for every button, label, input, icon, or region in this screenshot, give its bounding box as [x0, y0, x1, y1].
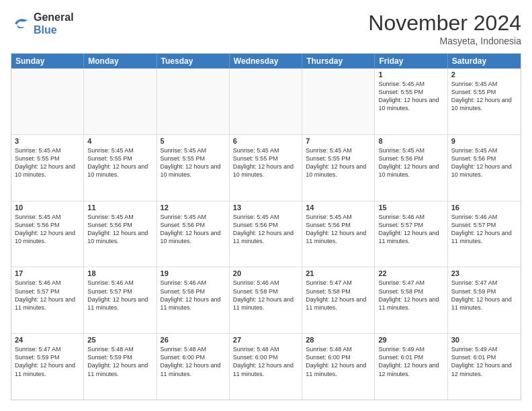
sunrise-text: Sunrise: 5:45 AM [378, 80, 443, 88]
cell-info: Sunrise: 5:48 AM Sunset: 5:59 PM Dayligh… [87, 345, 152, 378]
calendar-cell-r2-c1: 11 Sunrise: 5:45 AM Sunset: 5:56 PM Dayl… [84, 201, 157, 267]
sunrise-text: Sunrise: 5:45 AM [233, 146, 298, 154]
sunset-text: Sunset: 5:58 PM [378, 287, 443, 295]
day-number: 2 [451, 71, 517, 79]
sunrise-text: Sunrise: 5:45 AM [87, 213, 152, 221]
logo-text: General Blue [34, 11, 74, 36]
cell-info: Sunrise: 5:46 AM Sunset: 5:57 PM Dayligh… [87, 279, 152, 312]
day-number: 25 [87, 336, 152, 344]
day-number: 7 [306, 137, 371, 145]
calendar-cell-r3-c2: 19 Sunrise: 5:46 AM Sunset: 5:58 PM Dayl… [157, 267, 230, 333]
day-number: 23 [451, 269, 517, 277]
sunset-text: Sunset: 5:58 PM [233, 287, 298, 295]
calendar-cell-r2-c2: 12 Sunrise: 5:45 AM Sunset: 5:56 PM Dayl… [157, 201, 230, 267]
calendar-cell-r1-c2: 5 Sunrise: 5:45 AM Sunset: 5:55 PM Dayli… [157, 135, 230, 201]
day-number: 1 [378, 71, 443, 79]
day-number: 12 [161, 203, 226, 212]
sunset-text: Sunset: 5:56 PM [161, 221, 226, 229]
logo-icon [11, 13, 31, 34]
sunset-text: Sunset: 5:56 PM [306, 221, 371, 229]
day-number: 26 [161, 336, 226, 344]
cell-info: Sunrise: 5:47 AM Sunset: 5:58 PM Dayligh… [378, 279, 443, 312]
calendar-cell-r2-c5: 15 Sunrise: 5:46 AM Sunset: 5:57 PM Dayl… [375, 201, 447, 267]
day-number: 27 [233, 336, 298, 344]
calendar-cell-r0-c6: 2 Sunrise: 5:45 AM Sunset: 5:55 PM Dayli… [448, 68, 521, 134]
calendar-cell-r3-c6: 23 Sunrise: 5:47 AM Sunset: 5:59 PM Dayl… [448, 267, 521, 333]
daylight-text: Daylight: 12 hours and 10 minutes. [451, 96, 517, 112]
day-number: 22 [378, 269, 443, 277]
cell-info: Sunrise: 5:48 AM Sunset: 6:00 PM Dayligh… [161, 345, 226, 378]
sunset-text: Sunset: 5:55 PM [161, 154, 226, 163]
daylight-text: Daylight: 12 hours and 11 minutes. [15, 295, 80, 312]
day-number: 30 [451, 336, 517, 344]
sunrise-text: Sunrise: 5:48 AM [161, 345, 226, 353]
sunrise-text: Sunrise: 5:48 AM [87, 345, 152, 353]
calendar-cell-r4-c3: 27 Sunrise: 5:48 AM Sunset: 6:00 PM Dayl… [230, 334, 302, 400]
sunset-text: Sunset: 5:56 PM [15, 221, 80, 229]
cell-info: Sunrise: 5:48 AM Sunset: 6:00 PM Dayligh… [233, 345, 298, 378]
sunrise-text: Sunrise: 5:45 AM [451, 146, 517, 154]
sunrise-text: Sunrise: 5:46 AM [161, 279, 226, 287]
day-number: 29 [378, 336, 443, 344]
cell-info: Sunrise: 5:45 AM Sunset: 5:56 PM Dayligh… [233, 213, 298, 246]
sunrise-text: Sunrise: 5:46 AM [87, 279, 152, 287]
daylight-text: Daylight: 12 hours and 11 minutes. [15, 361, 80, 377]
cell-info: Sunrise: 5:45 AM Sunset: 5:56 PM Dayligh… [306, 213, 371, 246]
daylight-text: Daylight: 12 hours and 11 minutes. [306, 295, 371, 312]
daylight-text: Daylight: 12 hours and 10 minutes. [15, 163, 80, 179]
sunset-text: Sunset: 6:01 PM [378, 353, 443, 361]
calendar-cell-r4-c1: 25 Sunrise: 5:48 AM Sunset: 5:59 PM Dayl… [84, 334, 157, 400]
header-tuesday: Tuesday [157, 54, 230, 68]
daylight-text: Daylight: 12 hours and 10 minutes. [378, 163, 443, 179]
sunrise-text: Sunrise: 5:45 AM [306, 213, 371, 221]
daylight-text: Daylight: 12 hours and 11 minutes. [306, 229, 371, 245]
calendar-row-3: 17 Sunrise: 5:46 AM Sunset: 5:57 PM Dayl… [11, 267, 521, 334]
calendar-cell-r0-c0 [11, 68, 84, 134]
sunrise-text: Sunrise: 5:49 AM [378, 345, 443, 353]
daylight-text: Daylight: 12 hours and 10 minutes. [233, 163, 298, 179]
sunrise-text: Sunrise: 5:46 AM [15, 279, 80, 287]
sunrise-text: Sunrise: 5:45 AM [87, 146, 152, 154]
daylight-text: Daylight: 12 hours and 11 minutes. [161, 295, 226, 312]
calendar-cell-r4-c4: 28 Sunrise: 5:48 AM Sunset: 6:00 PM Dayl… [302, 334, 375, 400]
sunrise-text: Sunrise: 5:45 AM [306, 146, 371, 154]
daylight-text: Daylight: 12 hours and 11 minutes. [451, 295, 517, 312]
day-number: 19 [161, 269, 226, 277]
daylight-text: Daylight: 12 hours and 11 minutes. [233, 361, 298, 377]
calendar-cell-r2-c4: 14 Sunrise: 5:45 AM Sunset: 5:56 PM Dayl… [302, 201, 375, 267]
sunset-text: Sunset: 6:01 PM [451, 353, 517, 361]
sunrise-text: Sunrise: 5:45 AM [15, 146, 80, 154]
sunset-text: Sunset: 5:56 PM [451, 154, 517, 163]
day-number: 11 [87, 203, 152, 212]
calendar-cell-r4-c2: 26 Sunrise: 5:48 AM Sunset: 6:00 PM Dayl… [157, 334, 230, 400]
sunset-text: Sunset: 5:55 PM [15, 154, 80, 163]
sunrise-text: Sunrise: 5:48 AM [306, 345, 371, 353]
cell-info: Sunrise: 5:46 AM Sunset: 5:57 PM Dayligh… [451, 213, 517, 246]
header-thursday: Thursday [302, 54, 375, 68]
day-number: 14 [306, 203, 371, 212]
sunrise-text: Sunrise: 5:45 AM [451, 80, 517, 88]
day-number: 16 [451, 203, 517, 212]
day-number: 20 [233, 269, 298, 277]
sunrise-text: Sunrise: 5:47 AM [306, 279, 371, 287]
sunrise-text: Sunrise: 5:45 AM [15, 213, 80, 221]
calendar-row-2: 10 Sunrise: 5:45 AM Sunset: 5:56 PM Dayl… [11, 201, 521, 268]
header-saturday: Saturday [448, 54, 521, 68]
sunset-text: Sunset: 5:58 PM [306, 287, 371, 295]
title-block: November 2024 Masyeta, Indonesia [368, 11, 521, 46]
sunset-text: Sunset: 6:00 PM [233, 353, 298, 361]
cell-info: Sunrise: 5:45 AM Sunset: 5:56 PM Dayligh… [161, 213, 226, 246]
calendar-cell-r3-c5: 22 Sunrise: 5:47 AM Sunset: 5:58 PM Dayl… [375, 267, 447, 333]
daylight-text: Daylight: 12 hours and 10 minutes. [87, 229, 152, 245]
day-number: 6 [233, 137, 298, 145]
daylight-text: Daylight: 12 hours and 10 minutes. [161, 229, 226, 245]
sunset-text: Sunset: 5:56 PM [233, 221, 298, 229]
calendar-cell-r0-c1 [84, 68, 157, 134]
cell-info: Sunrise: 5:49 AM Sunset: 6:01 PM Dayligh… [451, 345, 517, 378]
day-number: 28 [306, 336, 371, 344]
daylight-text: Daylight: 12 hours and 12 minutes. [378, 361, 443, 377]
calendar-cell-r4-c5: 29 Sunrise: 5:49 AM Sunset: 6:01 PM Dayl… [375, 334, 447, 400]
logo: General Blue [11, 11, 74, 36]
header-friday: Friday [375, 54, 447, 68]
daylight-text: Daylight: 12 hours and 10 minutes. [161, 163, 226, 179]
